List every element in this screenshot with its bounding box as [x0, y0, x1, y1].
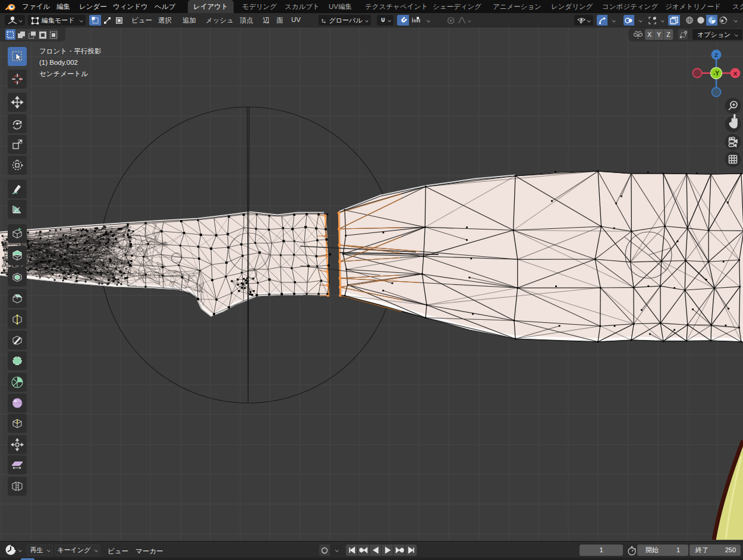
svg-text:-Y: -Y [713, 70, 719, 77]
svg-text:Z: Z [714, 52, 718, 58]
svg-text:X: X [733, 70, 738, 77]
